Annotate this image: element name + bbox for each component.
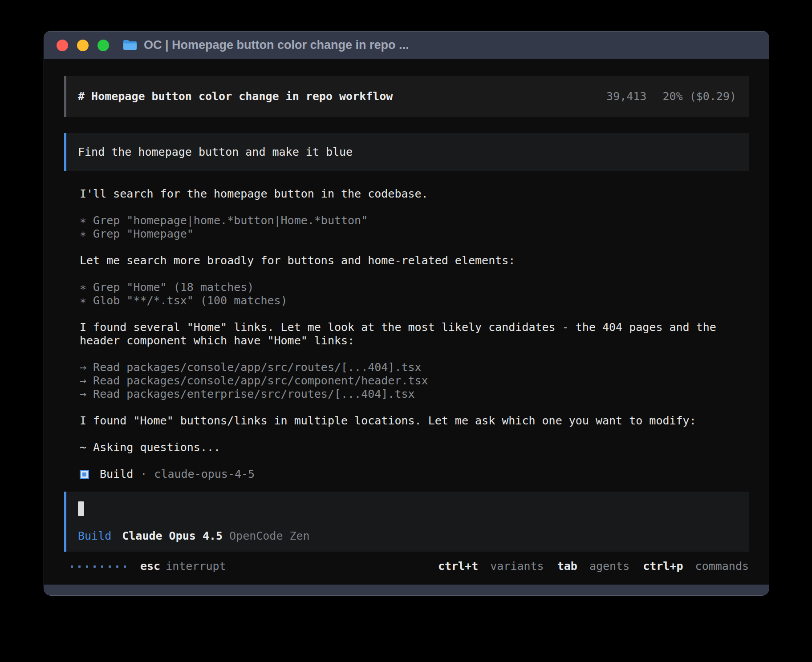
assistant-text: I found several "Home" links. Let me loo… [80,321,721,347]
tool-call-group: ∗ Grep "Home" (18 matches) ∗ Glob "**/*.… [80,281,749,307]
asking-questions-status: ~ Asking questions... [80,441,721,454]
window-title: OC | Homepage button color change in rep… [144,38,409,52]
window-titlebar: OC | Homepage button color change in rep… [44,31,769,59]
session-metrics: 39,413 20% ($0.29) [606,90,736,103]
traffic-lights [57,40,109,51]
session-header: # Homepage button color change in repo w… [64,76,749,117]
esc-key-label: interrupt [166,560,226,573]
tool-call-read: → Read packages/enterprise/src/routes/[.… [80,388,721,401]
agent-name: Build [100,468,133,481]
agent-status-line: Build · claude-opus-4-5 [80,468,749,481]
esc-key-hint: esc [140,560,160,573]
folder-icon [122,39,138,51]
shortcut-agents: tab agents [557,560,630,573]
session-title: # Homepage button color change in repo w… [78,90,393,103]
terminal-content: # Homepage button color change in repo w… [44,59,769,585]
terminal-window: OC | Homepage button color change in rep… [44,31,769,595]
shortcut-hints: ctrl+t variants tab agents ctrl+p comman… [425,560,749,573]
tool-call-grep: ∗ Grep "Homepage" [80,227,721,241]
context-and-cost: 20% ($0.29) [662,90,736,103]
mode-label: Build [78,529,111,543]
build-agent-icon [80,470,89,479]
shortcut-variants: ctrl+t variants [438,560,544,573]
tool-call-read: → Read packages/console/app/src/routes/[… [80,361,721,374]
assistant-text: I found "Home" buttons/links in multiple… [80,414,721,428]
input-footer: Build Claude Opus 4.5 OpenCode Zen [78,529,737,543]
separator-dot: · [140,468,147,481]
window-bottom-strip [44,585,769,595]
model-label: Claude Opus 4.5 [122,529,223,543]
shortcut-commands: ctrl+p commands [643,560,749,573]
assistant-text: I'll search for the homepage button in t… [80,187,721,201]
close-button[interactable] [57,40,68,51]
tool-call-read: → Read packages/console/app/src/componen… [80,374,721,388]
provider-label: OpenCode Zen [229,529,310,543]
tool-call-grep: ∗ Grep "Home" (18 matches) [80,281,721,294]
status-bar: esc interrupt ctrl+t variants tab agents… [64,560,749,573]
tool-call-glob: ∗ Glob "**/*.tsx" (100 matches) [80,294,721,307]
zoom-button[interactable] [97,40,109,51]
spinner-dots [71,565,126,568]
text-cursor [78,501,84,516]
prompt-input[interactable]: Build Claude Opus 4.5 OpenCode Zen [64,492,749,552]
user-message-text: Find the homepage button and make it blu… [78,145,353,159]
tool-call-group: ∗ Grep "homepage|home.*button|Home.*butt… [80,214,749,241]
tool-call-group: → Read packages/console/app/src/routes/[… [80,361,749,401]
minimize-button[interactable] [77,40,89,51]
user-message: Find the homepage button and make it blu… [64,133,749,171]
agent-model: claude-opus-4-5 [154,468,255,481]
tool-call-grep: ∗ Grep "homepage|home.*button|Home.*butt… [80,214,721,227]
assistant-transcript: I'll search for the homepage button in t… [80,187,749,454]
token-count: 39,413 [606,90,646,103]
assistant-text: Let me search more broadly for buttons a… [80,254,721,267]
